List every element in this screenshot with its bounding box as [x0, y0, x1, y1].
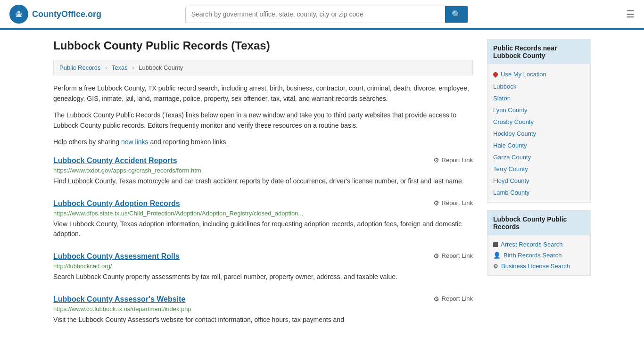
nearby-section-header: Public Records near Lubbock County: [487, 40, 590, 64]
breadcrumb-texas[interactable]: Texas: [112, 64, 128, 71]
nearby-item-1: Slaton: [487, 92, 590, 104]
record-sq-icon: [493, 242, 498, 247]
record-item: Lubbock County Assessment Rolls ⚙ Report…: [53, 252, 473, 282]
svg-point-2: [16, 13, 17, 15]
record-desc: Search Lubbock County property assessmen…: [53, 272, 473, 282]
report-icon: ⚙: [433, 295, 439, 303]
nearby-item-7: Terry County: [487, 163, 590, 175]
record-desc: View Lubbock County, Texas adoption info…: [53, 219, 473, 239]
record-link[interactable]: Lubbock County Assessor's Website: [53, 295, 185, 303]
svg-point-1: [17, 11, 20, 14]
breadcrumb-public-records[interactable]: Public Records: [59, 64, 100, 71]
breadcrumb-sep-2: ›: [132, 64, 134, 71]
report-icon: ⚙: [433, 199, 439, 207]
nearby-item-5: Hale County: [487, 140, 590, 151]
breadcrumb: Public Records › Texas › Lubbock County: [53, 60, 473, 75]
use-location-link[interactable]: Use My Location: [501, 71, 546, 78]
search-icon: 🔍: [452, 10, 461, 18]
breadcrumb-sep-1: ›: [105, 64, 107, 71]
main-container: Lubbock County Public Records (Texas) Pu…: [39, 30, 605, 347]
menu-button[interactable]: ☰: [626, 8, 635, 20]
record-gear-icon: ⚙: [493, 263, 498, 270]
record-header: Lubbock County Adoption Records ⚙ Report…: [53, 199, 473, 210]
record-person-icon: 👤: [493, 252, 501, 259]
record-header: Lubbock County Assessment Rolls ⚙ Report…: [53, 252, 473, 263]
logo-text: CountyOffice.org: [32, 9, 101, 19]
sidebar-record-item-1: 👤Birth Records Search: [487, 250, 590, 261]
nearby-link[interactable]: Crosby County: [493, 118, 534, 125]
report-icon: ⚙: [433, 156, 439, 164]
nearby-section-body: Use My Location LubbockSlatonLynn County…: [487, 64, 590, 202]
nearby-item-0: Lubbock: [487, 81, 590, 92]
record-link[interactable]: Lubbock County Accident Reports: [53, 156, 177, 165]
records-section-header: Lubbock County Public Records: [487, 211, 590, 235]
record-header: Lubbock County Accident Reports ⚙ Report…: [53, 156, 473, 167]
use-location[interactable]: Use My Location: [487, 68, 590, 81]
report-link[interactable]: ⚙ Report Link: [433, 252, 473, 260]
sidebar-record-link[interactable]: Business License Search: [501, 263, 570, 270]
nearby-link[interactable]: Lubbock: [493, 83, 516, 90]
search-input[interactable]: [186, 7, 445, 22]
nearby-link[interactable]: Floyd County: [493, 177, 529, 184]
record-link[interactable]: Lubbock County Assessment Rolls: [53, 252, 180, 260]
record-item: Lubbock County Accident Reports ⚙ Report…: [53, 156, 473, 186]
nearby-link[interactable]: Garza County: [493, 154, 531, 161]
svg-point-3: [20, 13, 22, 15]
record-url: https://www.dfps.state.tx.us/Child_Prote…: [53, 210, 473, 217]
record-desc: Visit the Lubbock County Assessor's webs…: [53, 315, 473, 325]
sidebar-record-item-0: Arrest Records Search: [487, 239, 590, 250]
report-link[interactable]: ⚙ Report Link: [433, 295, 473, 303]
main-content: Lubbock County Public Records (Texas) Pu…: [53, 39, 473, 338]
description-para3: Help others by sharing new links and rep…: [53, 137, 473, 147]
record-link[interactable]: Lubbock County Adoption Records: [53, 199, 180, 207]
page-title: Lubbock County Public Records (Texas): [53, 39, 473, 52]
report-link[interactable]: ⚙ Report Link: [433, 156, 473, 164]
nearby-link[interactable]: Terry County: [493, 165, 528, 173]
logo-brand: CountyOffice: [32, 9, 85, 19]
header: CountyOffice.org 🔍 ☰: [0, 0, 644, 30]
nearby-item-8: Floyd County: [487, 175, 590, 187]
description-para1: Perform a free Lubbock County, TX public…: [53, 83, 473, 104]
hamburger-icon: ☰: [626, 9, 635, 19]
nearby-item-9: Lamb County: [487, 187, 590, 198]
record-url: https://www.co.lubbock.tx.us/department/…: [53, 305, 473, 313]
records-section-body: Arrest Records Search👤Birth Records Sear…: [487, 235, 590, 275]
nearby-item-6: Garza County: [487, 151, 590, 163]
nearby-item-2: Lynn County: [487, 104, 590, 116]
nearby-link[interactable]: Lamb County: [493, 189, 529, 196]
nearby-section: Public Records near Lubbock County Use M…: [487, 39, 591, 203]
nearby-link[interactable]: Hockley County: [493, 130, 536, 137]
record-item: Lubbock County Assessor's Website ⚙ Repo…: [53, 295, 473, 325]
logo-org: .org: [85, 9, 101, 19]
nearby-item-4: Hockley County: [487, 128, 590, 140]
logo-icon: [9, 5, 28, 24]
search-button[interactable]: 🔍: [445, 6, 468, 23]
records-list: Lubbock County Accident Reports ⚙ Report…: [53, 156, 473, 325]
breadcrumb-current: Lubbock County: [139, 64, 183, 71]
record-title: Lubbock County Assessor's Website: [53, 295, 185, 304]
nearby-item-3: Crosby County: [487, 116, 590, 128]
description-para3-end: and reporting broken links.: [149, 138, 228, 146]
description-para3-start: Help others by sharing: [53, 138, 121, 146]
record-title: Lubbock County Accident Reports: [53, 156, 177, 165]
records-section: Lubbock County Public Records Arrest Rec…: [487, 210, 591, 276]
record-item: Lubbock County Adoption Records ⚙ Report…: [53, 199, 473, 239]
sidebar-record-link[interactable]: Birth Records Search: [504, 252, 562, 259]
sidebar: Public Records near Lubbock County Use M…: [487, 39, 591, 338]
nearby-link[interactable]: Hale County: [493, 142, 527, 149]
record-url: https://www.txdot.gov/apps-cg/crash_reco…: [53, 167, 473, 174]
search-area: 🔍: [185, 6, 468, 23]
report-icon: ⚙: [433, 252, 439, 260]
logo-area: CountyOffice.org: [9, 5, 101, 24]
report-link[interactable]: ⚙ Report Link: [433, 199, 473, 207]
record-title: Lubbock County Adoption Records: [53, 199, 180, 208]
location-icon: [492, 71, 499, 77]
record-title: Lubbock County Assessment Rolls: [53, 252, 180, 261]
new-links-link[interactable]: new links: [121, 138, 149, 146]
sidebar-record-link[interactable]: Arrest Records Search: [501, 241, 563, 248]
description-para2: The Lubbock County Public Records (Texas…: [53, 110, 473, 131]
nearby-link[interactable]: Slaton: [493, 95, 511, 102]
sidebar-record-item-2: ⚙Business License Search: [487, 261, 590, 272]
record-desc: Find Lubbock County, Texas motorcycle an…: [53, 176, 473, 186]
nearby-link[interactable]: Lynn County: [493, 107, 528, 114]
